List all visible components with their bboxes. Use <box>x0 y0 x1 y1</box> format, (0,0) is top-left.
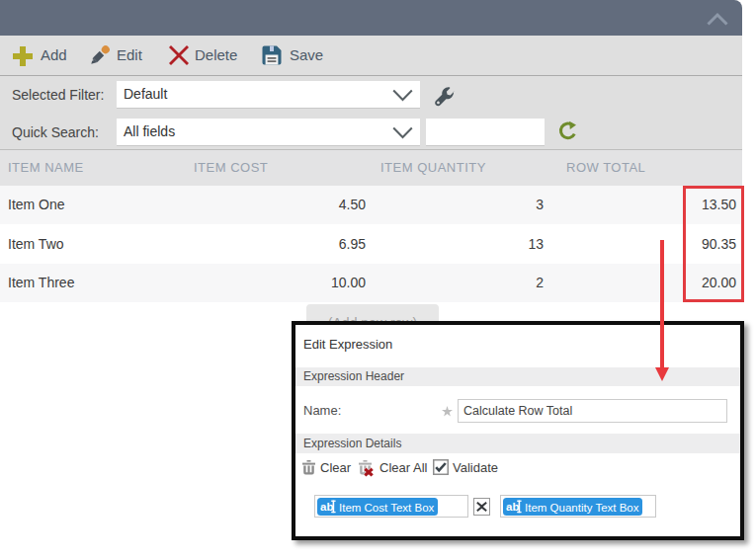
svg-text:ab: ab <box>320 501 333 513</box>
svg-text:ab: ab <box>506 501 519 513</box>
